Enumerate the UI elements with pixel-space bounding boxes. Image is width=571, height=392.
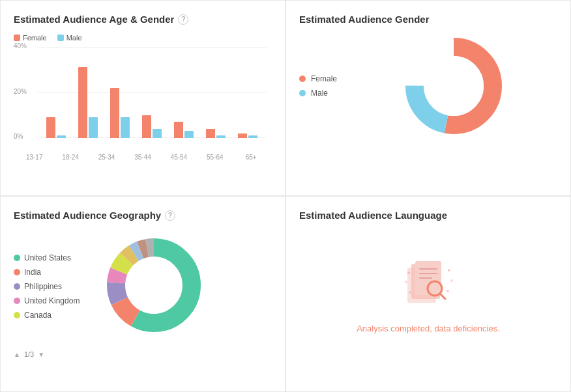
female-legend-label: Female <box>23 34 47 42</box>
geo-label: Canada <box>24 311 51 320</box>
bar-chart-area: 40% 20% 0% <box>37 47 267 151</box>
bar-pair-25-34 <box>110 88 130 138</box>
male-bar-25-34 <box>121 117 130 138</box>
svg-point-16 <box>409 291 411 294</box>
bar-pair-55-64 <box>206 129 226 138</box>
gender-donut-title-text: Estimated Audience Gender <box>299 14 430 25</box>
female-legend-dot <box>14 35 20 41</box>
gender-donut-panel: Estimated Audience Gender Female Male <box>286 0 571 196</box>
geo-dot <box>14 312 20 318</box>
svg-point-13 <box>448 269 450 272</box>
geography-panel: Estimated Audience Geography ? United St… <box>0 196 286 392</box>
geo-label: India <box>24 268 41 277</box>
donut-female-dot <box>299 76 306 82</box>
geo-legend-india: India <box>14 268 92 277</box>
geo-donut-svg <box>98 230 209 341</box>
geo-content: United StatesIndiaPhilippinesUnited King… <box>14 230 272 343</box>
x-label-45-54: 45-54 <box>168 154 189 161</box>
geo-dot <box>14 269 20 275</box>
male-legend-dot <box>57 35 64 41</box>
bar-group-18-24 <box>78 67 98 138</box>
female-bar-35-44 <box>142 115 151 138</box>
bar-pair-65+ <box>238 133 257 138</box>
language-empty: Analysis completed, data deficiencies. <box>299 230 557 360</box>
bar-group-55-64 <box>206 129 226 138</box>
geo-pagination: 1/3 <box>14 350 272 358</box>
age-gender-title-text: Estimated Audience Age & Gender <box>14 14 174 25</box>
male-bar-18-24 <box>89 117 98 138</box>
male-bar-35-44 <box>153 129 162 138</box>
female-legend-item: Female <box>14 34 47 42</box>
age-gender-help-icon[interactable]: ? <box>178 14 188 25</box>
geo-dot <box>14 255 20 261</box>
donut-female-item: Female <box>299 74 337 83</box>
gender-donut-title: Estimated Audience Gender <box>299 14 557 25</box>
male-bar-55-64 <box>216 135 226 138</box>
bar-group-65+ <box>238 133 257 138</box>
language-title: Estimated Audience Launguage <box>299 210 557 221</box>
gender-donut-svg <box>402 34 506 138</box>
prev-page-button[interactable] <box>14 351 20 358</box>
svg-point-11 <box>407 272 410 274</box>
geo-label: Philippines <box>24 282 62 291</box>
bar-pair-35-44 <box>142 115 162 138</box>
geo-label: United States <box>24 253 71 262</box>
donut-male-dot <box>299 90 306 96</box>
bar-group-35-44 <box>142 115 162 138</box>
male-bar-13-17 <box>57 135 66 138</box>
dashboard: Estimated Audience Age & Gender ? Female… <box>0 0 571 392</box>
x-label-35-44: 35-44 <box>132 154 153 161</box>
male-bar-45-54 <box>184 131 194 138</box>
age-gender-panel: Estimated Audience Age & Gender ? Female… <box>0 0 286 196</box>
geo-legend-philippines: Philippines <box>14 282 92 291</box>
geo-legend: United StatesIndiaPhilippinesUnited King… <box>14 253 92 320</box>
svg-point-15 <box>447 290 449 292</box>
male-legend-item: Male <box>57 34 82 42</box>
svg-point-2 <box>424 56 484 116</box>
female-bar-45-54 <box>174 122 183 138</box>
geography-title: Estimated Audience Geography ? <box>14 210 272 221</box>
x-label-18-24: 18-24 <box>60 154 81 161</box>
donut-legend: Female Male <box>299 74 337 98</box>
female-bar-13-17 <box>46 117 55 138</box>
bar-pair-18-24 <box>78 67 98 138</box>
svg-point-12 <box>405 281 407 283</box>
x-labels: 13-1718-2425-3435-4445-5455-6465+ <box>14 154 272 161</box>
next-page-button[interactable] <box>38 351 44 358</box>
pagination-text: 1/3 <box>24 350 34 358</box>
female-bar-18-24 <box>78 67 87 138</box>
geo-legend-united-kingdom: United Kingdom <box>14 296 92 305</box>
language-panel: Estimated Audience Launguage <box>286 196 571 392</box>
geo-donut-wrapper <box>98 230 209 343</box>
age-gender-title: Estimated Audience Age & Gender ? <box>14 14 272 25</box>
male-legend-label: Male <box>66 34 82 42</box>
bar-group-25-34 <box>110 88 130 138</box>
donut-female-label: Female <box>311 74 337 83</box>
x-label-25-34: 25-34 <box>96 154 117 161</box>
female-bar-25-34 <box>110 88 119 138</box>
donut-svg-wrapper <box>350 34 557 138</box>
donut-panel: Female Male <box>299 34 557 138</box>
bar-group-45-54 <box>174 122 194 138</box>
bar-pair-45-54 <box>174 122 194 138</box>
male-bar-65+ <box>248 135 257 138</box>
geo-label: United Kingdom <box>24 296 80 305</box>
geo-legend-united-states: United States <box>14 253 92 262</box>
svg-line-10 <box>440 294 445 299</box>
language-analysis-text: Analysis completed, data deficiencies. <box>357 322 500 335</box>
x-label-65+: 65+ <box>241 154 261 161</box>
geography-title-text: Estimated Audience Geography <box>14 210 161 221</box>
age-gender-legend: Female Male <box>14 34 272 42</box>
svg-point-14 <box>450 279 453 282</box>
language-title-text: Estimated Audience Launguage <box>299 210 447 221</box>
bar-pair-13-17 <box>46 117 66 138</box>
female-bar-65+ <box>238 133 247 138</box>
female-bar-55-64 <box>206 129 215 138</box>
language-icon <box>396 255 461 313</box>
x-label-55-64: 55-64 <box>205 154 226 161</box>
geo-donut-hole <box>128 259 180 311</box>
geography-help-icon[interactable]: ? <box>165 210 175 221</box>
x-label-13-17: 13-17 <box>24 154 45 161</box>
geo-dot <box>14 298 20 304</box>
geo-dot <box>14 283 20 290</box>
